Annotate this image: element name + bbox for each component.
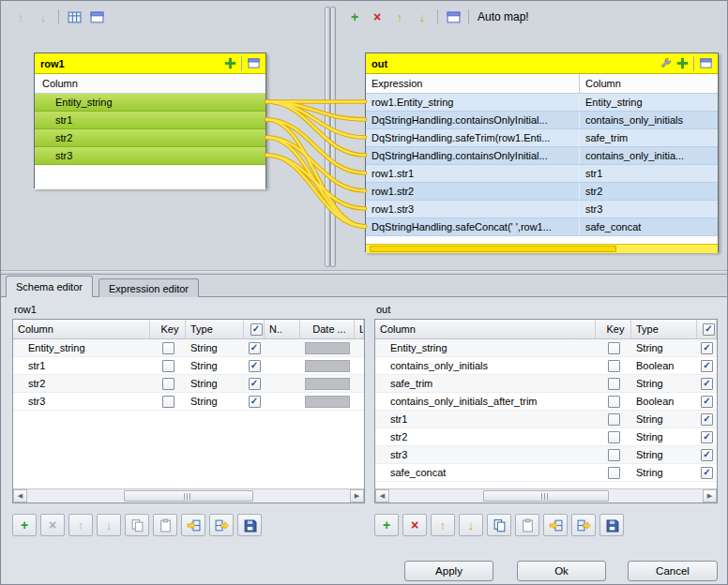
nullable-checkbox[interactable]: ✓ (701, 467, 713, 479)
paste-icon[interactable] (153, 514, 177, 536)
key-checkbox[interactable] (162, 360, 174, 372)
output-table-titlebar[interactable]: out (366, 53, 718, 74)
cancel-button[interactable]: Cancel (628, 561, 718, 581)
copy-icon[interactable] (487, 514, 511, 536)
schema-row[interactable]: safe_trim String ✓ (375, 375, 717, 393)
scroll-left-icon[interactable]: ◀ (13, 489, 27, 502)
schema-row[interactable]: str3 String ✓ (375, 446, 717, 464)
move-down-icon[interactable]: ↓ (412, 7, 432, 27)
key-checkbox[interactable] (608, 378, 620, 390)
window-icon[interactable] (697, 55, 714, 72)
delete-column-button[interactable]: × (402, 514, 427, 536)
window-icon[interactable] (86, 7, 107, 27)
nullable-header[interactable]: N.. (265, 320, 300, 338)
output-row[interactable]: DqStringHandling.safeTrim(row1.Enti... s… (366, 129, 718, 147)
schema-row[interactable]: str2 String ✓ (375, 428, 717, 446)
nullable-checkbox[interactable]: ✓ (701, 342, 713, 354)
window-icon[interactable] (245, 55, 262, 72)
mapping-links[interactable] (266, 1, 365, 270)
tab-schema-editor[interactable]: Schema editor (6, 276, 93, 297)
schema-type[interactable]: String (186, 357, 244, 374)
move-up-button[interactable]: ↑ (68, 514, 93, 536)
expression-cell[interactable]: row1.str1 (366, 165, 580, 182)
schema-row[interactable]: Entity_string String ✓ (375, 339, 717, 357)
scrollbar-thumb[interactable] (483, 490, 609, 502)
move-down-button[interactable]: ↓ (97, 514, 121, 536)
scroll-right-icon[interactable]: ▶ (350, 489, 364, 502)
add-column-button[interactable]: + (374, 514, 399, 536)
scrollbar-thumb[interactable] (370, 246, 616, 252)
move-up-button[interactable]: ↑ (431, 514, 455, 536)
output-row[interactable]: row1.str3 str3 (366, 201, 718, 218)
scrollbar-thumb[interactable] (124, 490, 253, 502)
nullable-checkbox[interactable]: ✓ (701, 378, 713, 390)
key-checkbox[interactable] (162, 342, 174, 354)
expression-cell[interactable]: DqStringHandling.safeConcat(' ',row1... (366, 218, 580, 235)
schema-row[interactable]: str1 String ✓ (13, 357, 364, 375)
schema-type[interactable]: String (186, 339, 244, 356)
column-header[interactable]: Column (375, 320, 596, 338)
date-pattern-cell[interactable] (305, 342, 350, 354)
scrollbar-track[interactable] (27, 489, 350, 502)
settings-wrench-icon[interactable] (657, 55, 674, 72)
nullable-checkbox[interactable]: ✓ (701, 431, 713, 443)
nullable-checkbox[interactable]: ✓ (701, 413, 713, 426)
expression-cell[interactable]: DqStringHandling.safeTrim(row1.Enti... (366, 129, 580, 146)
nullable-all-header[interactable]: ✓ (244, 320, 265, 338)
input-row[interactable]: Entity_string (35, 94, 265, 112)
schema-column-name[interactable]: str2 (375, 428, 596, 445)
type-header[interactable]: Type (631, 320, 697, 338)
date-pattern-cell[interactable] (305, 378, 350, 390)
move-down-icon[interactable]: ↓ (33, 7, 53, 27)
delete-column-button[interactable]: × (40, 514, 65, 536)
input-table-titlebar[interactable]: row1 (35, 53, 265, 74)
schema-column-name[interactable]: str3 (13, 393, 150, 410)
expression-cell[interactable]: row1.str3 (366, 201, 580, 218)
key-checkbox[interactable] (608, 396, 620, 408)
input-row[interactable]: str1 (35, 112, 265, 129)
schema-column-name[interactable]: str2 (13, 375, 150, 392)
schema-column-name[interactable]: safe_trim (375, 375, 596, 392)
expression-cell[interactable]: row1.Entity_string (366, 94, 580, 111)
add-column-icon[interactable] (674, 55, 690, 72)
column-header[interactable]: Column (13, 320, 150, 338)
key-checkbox[interactable] (162, 378, 174, 390)
schema-row[interactable]: safe_concat String ✓ (375, 464, 717, 482)
key-checkbox[interactable] (608, 342, 620, 354)
schema-type[interactable]: String (631, 339, 697, 356)
type-header[interactable]: Type (186, 320, 244, 338)
nullable-checkbox[interactable]: ✓ (701, 396, 713, 408)
date-pattern-cell[interactable] (305, 360, 350, 372)
schema-type[interactable]: String (631, 428, 697, 445)
schema-column-name[interactable]: Entity_string (375, 339, 596, 356)
key-checkbox[interactable] (608, 431, 620, 443)
schema-type[interactable]: String (186, 375, 244, 392)
output-row[interactable]: row1.Entity_string Entity_string (366, 94, 718, 112)
key-checkbox[interactable] (608, 413, 620, 426)
output-row[interactable]: DqStringHandling.containsOnlyInitial... … (366, 112, 718, 129)
schema-type[interactable]: String (631, 375, 697, 392)
schema-column-name[interactable]: safe_concat (375, 464, 596, 481)
scrollbar-track[interactable] (389, 489, 703, 502)
date-pattern-header[interactable]: Date ... (300, 320, 355, 338)
move-up-icon[interactable]: ↑ (389, 7, 410, 27)
key-checkbox[interactable] (162, 396, 174, 408)
schema-row[interactable]: str3 String ✓ (13, 393, 364, 411)
save-schema-icon[interactable] (599, 514, 624, 536)
input-row[interactable]: str2 (35, 129, 265, 147)
input-row[interactable]: str3 (35, 147, 265, 165)
schema-column-name[interactable]: str1 (375, 411, 596, 428)
schema-row[interactable]: Entity_string String ✓ (13, 339, 364, 357)
horizontal-splitter[interactable] (1, 270, 727, 275)
schema-row[interactable]: str1 String ✓ (375, 411, 717, 428)
key-header[interactable]: Key (150, 320, 186, 338)
nullable-checkbox[interactable]: ✓ (249, 360, 261, 372)
scroll-right-icon[interactable]: ▶ (703, 489, 717, 502)
add-column-icon[interactable] (221, 55, 238, 72)
expression-cell[interactable]: DqStringHandling.containsOnlyInitial... (366, 112, 580, 128)
output-row[interactable]: row1.str1 str1 (366, 165, 718, 183)
schema-column-name[interactable]: Entity_string (13, 339, 150, 356)
horizontal-scrollbar[interactable]: ◀ ▶ (375, 488, 717, 502)
key-checkbox[interactable] (608, 360, 620, 372)
apply-button[interactable]: Apply (404, 561, 493, 581)
